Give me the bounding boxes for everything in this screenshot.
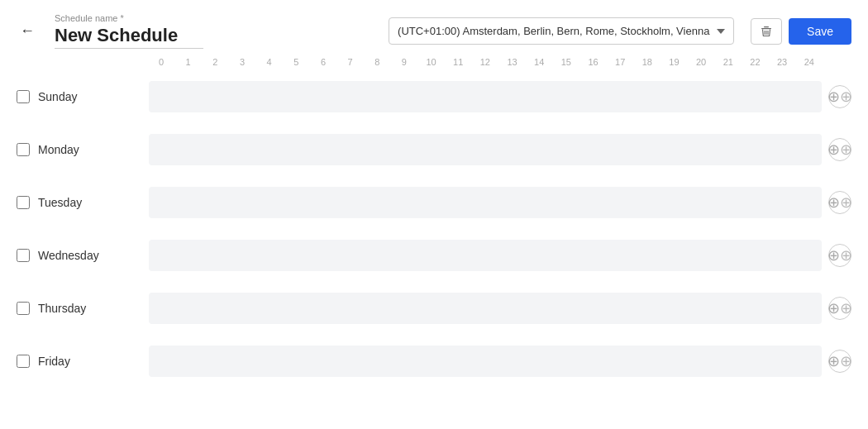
day-checkbox-friday[interactable] [17, 355, 30, 368]
time-label-2: 2 [203, 57, 227, 67]
day-checkbox-sunday[interactable] [17, 90, 30, 103]
svg-rect-0 [761, 28, 771, 29]
plus-circle-icon-thursday: ⊕ [840, 301, 852, 316]
day-checkbox-monday[interactable] [17, 143, 30, 156]
calendar-area: 0123456789101112131415161718192021222324… [0, 57, 868, 388]
day-bar-tuesday[interactable] [149, 187, 822, 218]
day-checkbox-area-wednesday: Wednesday [17, 249, 149, 262]
time-label-21: 21 [716, 57, 741, 67]
add-time-button-wednesday[interactable]: ⊕ [828, 244, 851, 267]
day-checkbox-area-sunday: Sunday [17, 90, 149, 103]
day-checkbox-area-friday: Friday [17, 355, 149, 368]
time-label-9: 9 [392, 57, 417, 67]
plus-circle-icon-sunday: ⊕ [840, 89, 852, 104]
day-row-tuesday: Tuesday⊕ [17, 176, 851, 229]
time-label-16: 16 [581, 57, 606, 67]
plus-circle-icon-wednesday: ⊕ [840, 248, 852, 263]
day-label-thursday: Thursday [38, 302, 86, 315]
trash-icon [760, 25, 773, 38]
day-row-monday: Monday⊕ [17, 123, 851, 176]
day-label-friday: Friday [38, 355, 70, 368]
time-label-11: 11 [446, 57, 470, 67]
day-row-thursday: Thursday⊕ [17, 282, 851, 335]
time-label-23: 23 [770, 57, 794, 67]
day-checkbox-area-thursday: Thursday [17, 302, 149, 315]
day-row-sunday: Sunday⊕ [17, 70, 851, 123]
time-label-1: 1 [176, 57, 201, 67]
add-time-button-monday[interactable]: ⊕ [828, 138, 851, 161]
time-label-5: 5 [284, 57, 308, 67]
time-label-13: 13 [500, 57, 525, 67]
day-checkbox-area-tuesday: Tuesday [17, 196, 149, 209]
time-label-4: 4 [257, 57, 282, 67]
day-label-sunday: Sunday [38, 90, 77, 103]
add-time-button-tuesday[interactable]: ⊕ [828, 191, 851, 214]
header-actions: Save [751, 18, 851, 45]
day-checkbox-wednesday[interactable] [17, 249, 30, 262]
time-label-6: 6 [311, 57, 336, 67]
day-label-tuesday: Tuesday [38, 196, 82, 209]
time-label-3: 3 [230, 57, 255, 67]
svg-rect-1 [764, 26, 769, 27]
day-bar-thursday[interactable] [149, 293, 822, 324]
add-time-button-thursday[interactable]: ⊕ [828, 297, 851, 320]
day-bar-sunday[interactable] [149, 81, 822, 112]
add-time-button-sunday[interactable]: ⊕ [828, 85, 851, 108]
time-label-18: 18 [635, 57, 660, 67]
schedule-name-value: New Schedule [55, 25, 203, 49]
time-label-10: 10 [419, 57, 444, 67]
day-row-wednesday: Wednesday⊕ [17, 229, 851, 282]
day-label-wednesday: Wednesday [38, 249, 99, 262]
time-label-24: 24 [797, 57, 822, 67]
schedule-name-label: Schedule name * [55, 13, 203, 23]
timezone-select[interactable]: (UTC+01:00) Amsterdam, Berlin, Bern, Rom… [389, 17, 734, 45]
time-label-14: 14 [527, 57, 551, 67]
back-button[interactable]: ← [17, 19, 38, 43]
day-bar-monday[interactable] [149, 134, 822, 165]
plus-circle-icon-friday: ⊕ [840, 354, 852, 369]
time-label-22: 22 [742, 57, 767, 67]
add-time-button-friday[interactable]: ⊕ [828, 350, 851, 373]
back-icon: ← [20, 22, 35, 40]
day-checkbox-tuesday[interactable] [17, 196, 30, 209]
time-label-8: 8 [365, 57, 389, 67]
time-label-19: 19 [661, 57, 686, 67]
day-checkbox-thursday[interactable] [17, 302, 30, 315]
day-bar-wednesday[interactable] [149, 240, 822, 271]
time-label-17: 17 [608, 57, 632, 67]
day-checkbox-area-monday: Monday [17, 143, 149, 156]
time-label-0: 0 [149, 57, 174, 67]
day-row-friday: Friday⊕ [17, 335, 851, 388]
day-bar-friday[interactable] [149, 346, 822, 377]
plus-circle-icon-monday: ⊕ [840, 142, 852, 157]
save-button[interactable]: Save [789, 18, 851, 45]
title-section: Schedule name * New Schedule [55, 13, 203, 49]
day-label-monday: Monday [38, 143, 79, 156]
delete-button[interactable] [751, 18, 782, 45]
time-label-12: 12 [473, 57, 498, 67]
time-label-20: 20 [689, 57, 713, 67]
plus-circle-icon-tuesday: ⊕ [840, 195, 852, 210]
time-label-15: 15 [554, 57, 579, 67]
header: ← Schedule name * New Schedule (UTC+01:0… [0, 0, 868, 57]
time-ruler: 0123456789101112131415161718192021222324 [149, 57, 851, 67]
time-label-7: 7 [338, 57, 363, 67]
